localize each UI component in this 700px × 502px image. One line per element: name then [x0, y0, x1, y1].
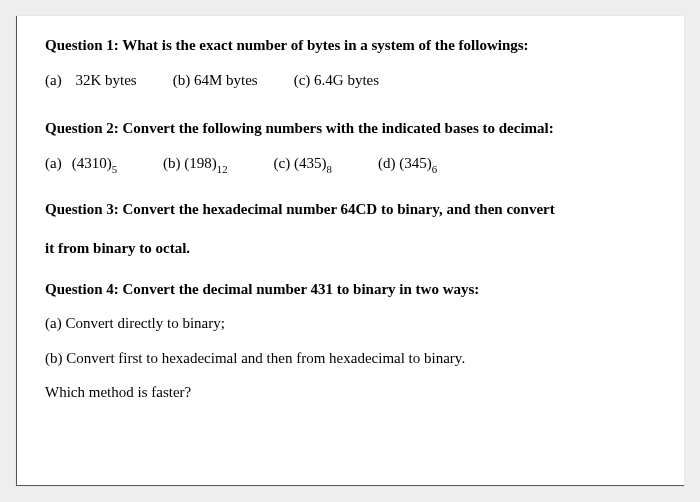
- q1-options: (a) 32K bytes (b) 64M bytes (c) 6.4G byt…: [45, 69, 664, 92]
- q2-b-num: (198): [184, 155, 217, 171]
- q1-opt-b: (b) 64M bytes: [173, 69, 258, 92]
- q2-opt-d: (d) (345)6: [378, 152, 437, 176]
- q4-footer: Which method is faster?: [45, 381, 664, 404]
- q1-b-label: (b): [173, 72, 191, 88]
- q1-c-label: (c): [294, 72, 311, 88]
- q2-d-base: 6: [432, 163, 437, 175]
- q3-line1: Question 3: Convert the hexadecimal numb…: [45, 201, 555, 217]
- q3-line2: it from binary to octal.: [45, 240, 190, 256]
- q2-a-label: (a): [45, 155, 62, 171]
- q1-header: Question 1: What is the exact number of …: [45, 34, 664, 57]
- q4-header: Question 4: Convert the decimal number 4…: [45, 278, 664, 301]
- q2-header: Question 2: Convert the following number…: [45, 117, 664, 140]
- document-page: Question 1: What is the exact number of …: [16, 16, 684, 486]
- q2-d-label: (d): [378, 155, 396, 171]
- q3-block: Question 3: Convert the hexadecimal numb…: [45, 190, 664, 268]
- q2-b-label: (b): [163, 155, 181, 171]
- q2-c-num: (435): [294, 155, 327, 171]
- q1-opt-a: (a) 32K bytes: [45, 69, 137, 92]
- q4-b: (b) Convert first to hexadecimal and the…: [45, 347, 664, 370]
- q2-options: (a)(4310)5 (b) (198)12 (c) (435)8 (d) (3…: [45, 152, 664, 176]
- q2-opt-b: (b) (198)12: [163, 152, 228, 176]
- q2-c-label: (c): [274, 155, 291, 171]
- q4-a: (a) Convert directly to binary;: [45, 312, 664, 335]
- q2-b-base: 12: [217, 163, 228, 175]
- q2-a-base: 5: [112, 163, 117, 175]
- q1-opt-c: (c) 6.4G bytes: [294, 69, 379, 92]
- q1-a-label: (a): [45, 72, 62, 88]
- q2-opt-a: (a)(4310)5: [45, 152, 117, 176]
- q1-b-text: 64M bytes: [194, 72, 258, 88]
- q2-a-num: (4310): [72, 155, 112, 171]
- q1-c-text: 6.4G bytes: [314, 72, 379, 88]
- q1-a-text: 32K bytes: [75, 72, 136, 88]
- q2-opt-c: (c) (435)8: [274, 152, 332, 176]
- q2-c-base: 8: [327, 163, 332, 175]
- q2-d-num: (345): [399, 155, 432, 171]
